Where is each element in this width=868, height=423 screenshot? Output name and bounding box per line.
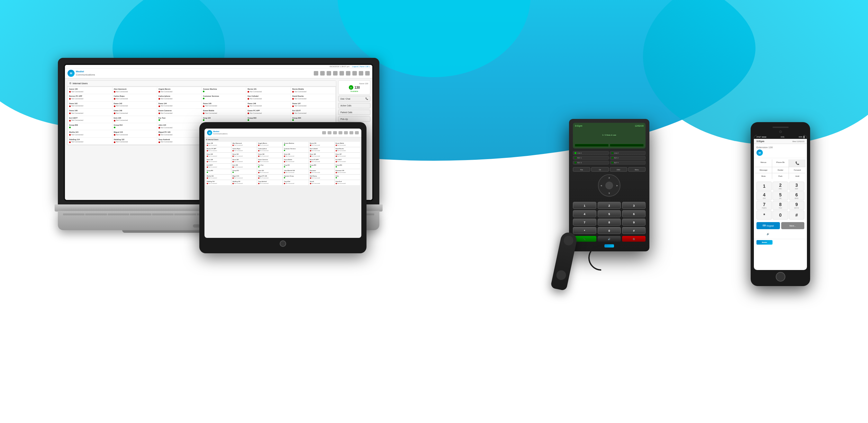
mobile-key-4[interactable]: 4 GHI: [756, 191, 772, 200]
nav-icon-8[interactable]: [359, 71, 363, 75]
line-key-4[interactable]: BLF 2: [610, 156, 646, 160]
user-cell[interactable]: Tony-Android Not Connected: [157, 137, 202, 144]
tablet-user-cell[interactable]: Ext 131VT Not Connected: [335, 158, 360, 163]
tablet-nav-4[interactable]: [339, 131, 342, 134]
user-cell[interactable]: Demo 146 Not Connected: [246, 102, 290, 108]
tablet-nav-3[interactable]: [333, 131, 337, 134]
tablet-user-cell[interactable]: Greg 103: [283, 164, 308, 169]
tablet-user-cell[interactable]: Tony-Android Not Connected: [257, 180, 283, 185]
tablet-user-cell[interactable]: Aaron 130 Not Connected: [206, 142, 231, 147]
nav-icon-6[interactable]: [346, 71, 350, 75]
tablet-user-cell[interactable]: Demo 148 Not Connected: [206, 158, 231, 163]
tablet-user-cell[interactable]: Fax Test: [257, 164, 283, 169]
user-cell[interactable]: Martha 124 Not Connected: [68, 130, 112, 137]
tablet-user-cell[interactable]: Carlos Rojas Not Connected: [231, 147, 257, 152]
mobile-hold-btn[interactable]: Hold: [789, 173, 806, 179]
user-cell[interactable]: Carlos Rojas Not Connected: [113, 94, 157, 101]
tablet-user-cell[interactable]: Ewem Mobile Not Connected: [283, 158, 308, 163]
tablet-user-cell[interactable]: SidoEng 122 Not Connected: [231, 180, 257, 185]
key-8[interactable]: 8: [598, 219, 621, 226]
tablet-user-cell[interactable]: Group 803: [309, 164, 334, 169]
user-cell[interactable]: Group 813: [113, 123, 157, 130]
key-9[interactable]: 9: [622, 219, 646, 226]
phone-end-btn[interactable]: 📵: [622, 236, 646, 242]
key-star[interactable]: *: [573, 227, 596, 234]
key-hash[interactable]: #: [622, 227, 646, 234]
tablet-user-cell[interactable]: Angela Marvin Not Connected: [257, 142, 283, 147]
phone-speaker-btn[interactable]: 🔊: [598, 236, 621, 242]
line-key-6[interactable]: BLF 4: [610, 161, 646, 165]
user-cell[interactable]: SidoEng 122 Not Connected: [113, 137, 157, 144]
active-calls-button[interactable]: Active Calls: [338, 103, 370, 108]
tablet-user-cell[interactable]: Group 813: [231, 169, 257, 174]
mobile-key-9[interactable]: 9 WXYZ: [789, 201, 804, 210]
line-key-3[interactable]: BLF 1: [573, 156, 609, 160]
tablet-user-cell[interactable]: Tony-iPad Not Connected: [283, 180, 308, 185]
tablet-user-cell[interactable]: Sales: [335, 174, 360, 180]
user-cell[interactable]: Miguel PC 126 Not Connected: [157, 130, 202, 137]
mobile-key-7[interactable]: 7 PQRS: [756, 201, 772, 210]
key-4[interactable]: 4: [573, 210, 596, 217]
user-cell[interactable]: Fax Test: [157, 116, 202, 123]
user-cell[interactable]: Alan Hammock Not Connected: [113, 87, 157, 94]
tablet-user-cell[interactable]: Demo 147 Not Connected: [335, 153, 360, 158]
user-cell[interactable]: Demo 149 Not Connected: [113, 109, 157, 116]
key-1[interactable]: 1: [573, 202, 596, 209]
tablet-user-cell[interactable]: Bernco PC APP Not Connected: [206, 147, 231, 152]
tablet-user-cell[interactable]: Miguel 115 Not Connected: [231, 174, 257, 180]
mobile-key-3[interactable]: 3 DEF: [789, 182, 804, 191]
mobile-home-button[interactable]: [776, 272, 785, 282]
dpad-center-btn[interactable]: [606, 182, 613, 189]
tablet-user-cell[interactable]: John 123 Not Connected: [257, 169, 283, 174]
key-2[interactable]: 2: [598, 202, 621, 209]
user-cell[interactable]: Demo 143 Not Connected: [113, 102, 157, 108]
user-cell[interactable]: Ewem Mobile Not Connected: [202, 109, 246, 116]
user-cell[interactable]: Demo 147 Not Connected: [291, 102, 335, 108]
key-6[interactable]: 6: [622, 210, 646, 217]
tablet-user-cell[interactable]: VoiceIt Not Connected: [309, 180, 334, 185]
tablet-user-cell[interactable]: Alan Hammock Not Connected: [231, 142, 257, 147]
tablet-user-cell[interactable]: SidoEng 114 Not Connected: [206, 180, 231, 185]
user-cell[interactable]: Dan Collodel Not Connected: [246, 94, 290, 101]
user-cell[interactable]: Bernie Mobile Not Connected: [291, 87, 335, 94]
tablet-user-cell[interactable]: David Rourke Not Connected: [335, 147, 360, 152]
mobile-park-btn[interactable]: Park: [772, 173, 789, 179]
soft-btn-directory[interactable]: Dir: [591, 167, 609, 172]
nav-icon-7[interactable]: [352, 71, 357, 75]
mobile-speaker-toggle[interactable]: 🔊: [756, 230, 780, 237]
mobile-message-btn[interactable]: Message: [755, 167, 772, 173]
soft-btn-history[interactable]: Hist: [573, 167, 590, 172]
pick-up-button[interactable]: Pick-Up: [338, 116, 370, 122]
user-cell[interactable]: Angela Marvin Not Connected: [157, 87, 202, 94]
user-cell[interactable]: Bernie 101 Not Connected: [246, 87, 290, 94]
tablet-user-cell[interactable]: Martha 124 Not Connected: [206, 174, 231, 180]
user-cell[interactable]: Bernco PC APP Not Connected: [68, 94, 112, 101]
user-cell[interactable]: Carlos-Iphone Not Connected: [157, 94, 202, 101]
ip-phone-line-2[interactable]: [610, 144, 644, 147]
user-cell[interactable]: Ewem Cameron Not Connected: [157, 109, 202, 116]
mobile-key-6[interactable]: 6 MNO: [789, 191, 804, 200]
mobile-key-hash[interactable]: #: [789, 210, 804, 220]
key-5[interactable]: 5: [598, 210, 621, 217]
user-cell[interactable]: Miguel 115 Not Connected: [113, 130, 157, 137]
mobile-forward-btn[interactable]: Forward: [789, 167, 806, 173]
user-cell[interactable]: Demo 144 Not Connected: [157, 102, 202, 108]
tablet-user-cell[interactable]: Ext 132VT Not Connected: [206, 164, 231, 169]
line-key-1[interactable]: Line 1: [573, 151, 609, 155]
mobile-key-2[interactable]: 2 ABC: [773, 182, 788, 191]
mobile-key-1[interactable]: 1: [756, 182, 772, 191]
user-cell[interactable]: Aaron 130 Not Connected: [68, 87, 112, 94]
mobile-key-5[interactable]: 5 JKL: [773, 191, 788, 200]
tablet-user-cell[interactable]: Miguel PC 126 Not Connected: [257, 174, 283, 180]
user-cell[interactable]: Extn 108 Not Connected: [113, 116, 157, 123]
user-cell[interactable]: John 123 Not Connected: [157, 123, 202, 130]
tablet-user-cell[interactable]: Demo 149 Not Connected: [231, 158, 257, 163]
tablet-user-cell[interactable]: Ewem PC APP Not Connected: [309, 158, 334, 163]
user-cell[interactable]: Demo 142 Not Connected: [68, 102, 112, 108]
tablet-nav-6[interactable]: [349, 131, 353, 134]
tablet-user-cell[interactable]: Group 806: [206, 169, 231, 174]
tablet-user-cell[interactable]: Dan Collodel Not Connected: [309, 147, 334, 152]
tablet-user-cell[interactable]: Demo 142 Not Connected: [206, 153, 231, 158]
nav-icon-1[interactable]: [314, 71, 318, 75]
user-cell[interactable]: Greg 103: [202, 116, 246, 123]
